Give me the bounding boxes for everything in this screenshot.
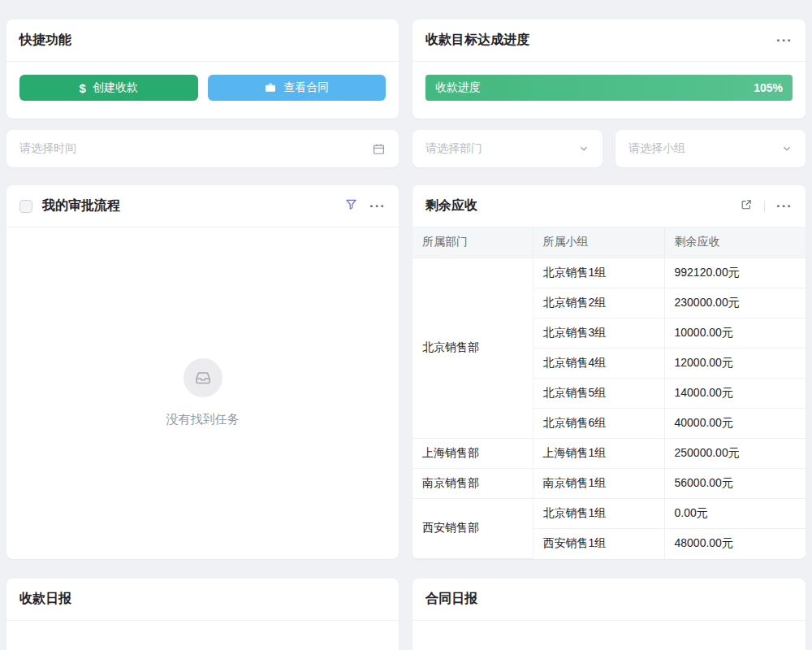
progress-card-title: 收款目标达成进度 (425, 32, 529, 49)
quick-functions-header: 快捷功能 (6, 20, 399, 62)
payment-goal-progress-card: 收款目标达成进度 收款进度 105% (412, 20, 806, 119)
table-row: 西安销售部 北京销售1组 0.00元 (412, 498, 806, 528)
create-payment-label: 创建收款 (93, 80, 138, 95)
quick-functions-card: 快捷功能 创建收款 查看合同 (6, 20, 399, 119)
payment-report-body (6, 621, 399, 650)
contract-report-header: 合同日报 (412, 578, 806, 621)
dept-cell: 上海销售部 (412, 438, 533, 468)
table-header-row: 所属部门 所属小组 剩余应收 (412, 228, 806, 258)
external-link-icon[interactable] (740, 198, 753, 214)
amount-cell: 992120.00元 (664, 258, 806, 288)
table-row: 上海销售部 上海销售1组 250000.00元 (412, 438, 806, 468)
more-menu-icon[interactable] (369, 199, 386, 213)
chevron-down-icon (578, 143, 590, 154)
progress-bar-label: 收款进度 (435, 80, 481, 95)
contract-report-body (412, 621, 806, 650)
calendar-icon (372, 142, 386, 156)
col-header-department: 所属部门 (412, 228, 533, 258)
group-cell: 北京销售6组 (533, 408, 664, 438)
group-cell: 北京销售3组 (533, 318, 664, 348)
amount-cell: 14000.00元 (664, 378, 806, 408)
amount-cell: 230000.00元 (664, 288, 806, 318)
department-select-placeholder: 请选择部门 (425, 141, 482, 156)
amount-cell: 10000.00元 (664, 318, 806, 348)
approval-card-header: 我的审批流程 (6, 185, 399, 228)
approval-card-title: 我的审批流程 (42, 197, 120, 214)
group-select[interactable]: 请选择小组 (615, 130, 806, 167)
more-menu-icon[interactable] (776, 33, 793, 47)
approval-flow-card: 我的审批流程 没有找到任务 (6, 185, 399, 559)
create-payment-button[interactable]: 创建收款 (19, 75, 198, 101)
chevron-down-icon (781, 143, 793, 154)
view-contract-label: 查看合同 (283, 80, 329, 95)
dept-cell: 北京销售部 (412, 258, 533, 438)
amount-cell: 48000.00元 (664, 528, 806, 558)
dollar-icon (80, 81, 86, 95)
progress-body: 收款进度 105% (412, 62, 806, 114)
remaining-receivable-card: 剩余应收 所属部门 所属小组 剩余应收 北京销售部 北京销售1组 992120.… (412, 185, 806, 559)
progress-bar-value: 105% (754, 81, 783, 94)
amount-cell: 40000.00元 (664, 408, 806, 438)
department-select[interactable]: 请选择部门 (412, 130, 603, 167)
time-select-placeholder: 请选择时间 (19, 141, 76, 156)
payment-report-header: 收款日报 (6, 578, 399, 621)
time-range-select[interactable]: 请选择时间 (6, 130, 399, 167)
quick-functions-title: 快捷功能 (19, 32, 71, 49)
col-header-amount: 剩余应收 (664, 228, 806, 258)
group-cell: 北京销售1组 (533, 258, 664, 288)
payment-daily-report-card: 收款日报 (6, 578, 399, 650)
amount-cell: 12000.00元 (664, 348, 806, 378)
empty-inbox-icon (184, 358, 222, 397)
group-cell: 南京销售1组 (533, 468, 664, 498)
receivable-table: 所属部门 所属小组 剩余应收 北京销售部 北京销售1组 992120.00元 北… (412, 228, 806, 559)
payment-progress-bar: 收款进度 105% (425, 75, 793, 101)
dept-cell: 南京销售部 (412, 468, 533, 498)
filter-funnel-icon[interactable] (344, 197, 358, 214)
group-cell: 北京销售2组 (533, 288, 664, 318)
contract-daily-report-card: 合同日报 (412, 578, 806, 650)
briefcase-icon (264, 81, 277, 94)
group-select-placeholder: 请选择小组 (628, 141, 685, 156)
receivable-card-title: 剩余应收 (425, 197, 477, 214)
quick-action-buttons: 创建收款 查看合同 (6, 62, 399, 114)
amount-cell: 56000.00元 (664, 468, 806, 498)
col-header-group: 所属小组 (533, 228, 664, 258)
amount-cell: 250000.00元 (664, 438, 806, 468)
group-cell: 上海销售1组 (533, 438, 664, 468)
progress-card-header: 收款目标达成进度 (412, 20, 806, 62)
group-cell: 北京销售4组 (533, 348, 664, 378)
amount-cell: 0.00元 (664, 498, 806, 528)
receivable-card-header: 剩余应收 (412, 185, 806, 228)
empty-state-text: 没有找到任务 (166, 412, 240, 427)
select-all-checkbox[interactable] (19, 200, 32, 213)
group-cell: 西安销售1组 (533, 528, 664, 558)
contract-report-title: 合同日报 (425, 591, 477, 608)
payment-report-title: 收款日报 (19, 591, 71, 608)
dept-cell: 西安销售部 (412, 498, 533, 558)
icon-divider (764, 201, 765, 212)
group-cell: 北京销售1组 (533, 498, 664, 528)
table-row: 北京销售部 北京销售1组 992120.00元 (412, 258, 806, 288)
group-cell: 北京销售5组 (533, 378, 664, 408)
table-row: 南京销售部 南京销售1组 56000.00元 (412, 468, 806, 498)
more-menu-icon[interactable] (776, 199, 793, 213)
approval-empty-state: 没有找到任务 (6, 228, 399, 558)
view-contract-button[interactable]: 查看合同 (208, 75, 387, 101)
